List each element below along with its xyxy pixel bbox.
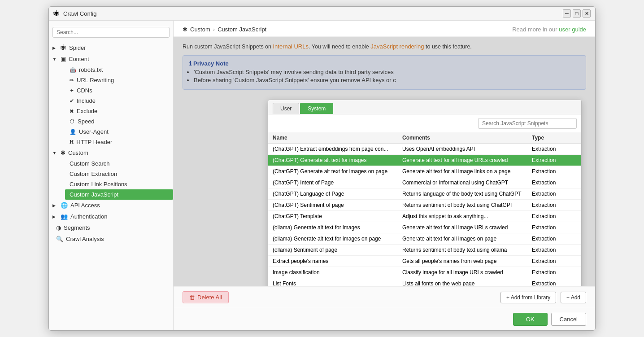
sidebar-item-robots-txt[interactable]: 🤖 robots.txt [65, 65, 173, 75]
sidebar-label-custom: Custom [68, 149, 88, 156]
dialog-row[interactable]: (ChatGPT) TemplateAdjust this snippet to… [268, 211, 581, 222]
dialog-search-input[interactable] [478, 118, 577, 129]
sidebar-item-user-agent[interactable]: 👤 User-Agent [65, 127, 173, 137]
dialog-table-body: (ChatGPT) Extract embeddings from page c… [268, 144, 581, 286]
row-comment: Generate alt text for all images on page [402, 236, 532, 242]
content-header: ✱ Custom › Custom JavaScript Read more i… [174, 21, 595, 37]
sidebar-label-exclude: Exclude [77, 108, 97, 114]
row-comment: Generate alt text for all image URLs cra… [402, 224, 532, 231]
sidebar-group-custom: ▼ ✱ Custom Custom Search Custom Extracti… [49, 147, 173, 200]
sidebar-item-spider[interactable]: ▶ 🕷 Spider [49, 42, 173, 53]
sidebar-item-url-rewriting[interactable]: ✏ URL Rewriting [65, 75, 173, 85]
sidebar-group-content: ▼ ▣ Content 🤖 robots.txt ✏ URL Rewriting… [49, 53, 173, 147]
sidebar-search-input[interactable] [52, 27, 170, 38]
add-button[interactable]: + Add [561, 292, 586, 303]
tab-system[interactable]: System [300, 103, 333, 114]
sidebar-item-segments[interactable]: ◑ Segments [49, 222, 173, 233]
read-more-prefix: Read more in our [512, 26, 559, 33]
breadcrumb-sep: › [213, 26, 215, 33]
minimize-button[interactable]: ─ [563, 9, 571, 18]
sidebar-label-user-agent: User-Agent [79, 128, 109, 135]
user-guide-link[interactable]: user guide [559, 26, 586, 33]
url-rewriting-icon: ✏ [70, 77, 74, 83]
sidebar-item-cdns[interactable]: ✦ CDNs [65, 85, 173, 96]
sidebar-group-auth: ▶ 👥 Authentication [49, 211, 173, 222]
arrow-icon-auth: ▶ [52, 214, 58, 219]
row-name: (ollama) Generate alt text for images on… [273, 236, 402, 242]
col-comments: Comments [402, 135, 532, 141]
row-type: Extraction [532, 179, 577, 186]
sidebar-item-api-access[interactable]: ▶ 🌐 API Access [49, 200, 173, 211]
custom-icon: ✱ [61, 149, 65, 156]
sidebar-label-cdns: CDNs [77, 87, 92, 94]
sidebar-item-exclude[interactable]: ✖ Exclude [65, 106, 173, 116]
dialog-row[interactable]: (ollama) Generate alt text for imagesGen… [268, 222, 581, 233]
content-body: Run custom JavaScript Snippets on Intern… [174, 37, 595, 286]
sidebar-label-custom-link-positions: Custom Link Positions [70, 181, 127, 188]
dialog-row[interactable]: (ChatGPT) Extract embeddings from page c… [268, 144, 581, 155]
add-buttons: + Add from Library + Add [500, 292, 586, 303]
dialog-row[interactable]: (ChatGPT) Generate alt text for images o… [268, 166, 581, 177]
dialog-row[interactable]: List FontsLists all fonts on the web pag… [268, 278, 581, 286]
sidebar-item-speed[interactable]: ⏱ Speed [65, 116, 173, 127]
add-from-library-button[interactable]: + Add from Library [500, 292, 556, 303]
dialog-row[interactable]: (ollama) Generate alt text for images on… [268, 233, 581, 245]
row-name: Extract people's names [273, 258, 402, 264]
dialog-row[interactable]: Image classificationClassify image for a… [268, 267, 581, 278]
sidebar-label-include: Include [77, 97, 96, 104]
row-comment: Returns sentiment of body text using oll… [402, 247, 532, 253]
sidebar-item-include[interactable]: ✔ Include [65, 96, 173, 106]
sidebar-item-custom-link-positions[interactable]: Custom Link Positions [65, 179, 173, 189]
sidebar-item-http-header[interactable]: H HTTP Header [65, 137, 173, 147]
user-agent-icon: 👤 [70, 129, 76, 135]
breadcrumb-part1: Custom [190, 26, 210, 33]
arrow-icon-custom: ▼ [52, 151, 58, 155]
crawl-analysis-icon: 🔍 [56, 236, 63, 242]
col-name: Name [273, 135, 402, 141]
sidebar-label-segments: Segments [64, 224, 90, 231]
row-comment: Adjust this snippet to ask anything... [402, 213, 532, 219]
sidebar-label-content: Content [69, 56, 89, 62]
sidebar-item-custom[interactable]: ▼ ✱ Custom [49, 147, 173, 158]
row-name: (ChatGPT) Template [273, 213, 402, 219]
bottom-bar: 🗑 Delete All + Add from Library + Add [174, 286, 595, 308]
cdns-icon: ✦ [70, 88, 74, 94]
row-type: Extraction [532, 168, 577, 175]
dialog-row[interactable]: (ChatGPT) Language of PageReturns langua… [268, 188, 581, 200]
cancel-button[interactable]: Cancel [551, 313, 586, 326]
dialog-row[interactable]: (ChatGPT) Generate alt text for imagesGe… [268, 155, 581, 166]
dialog-row[interactable]: (ChatGPT) Intent of PageCommercial or In… [268, 177, 581, 188]
sidebar-item-custom-search[interactable]: Custom Search [65, 158, 173, 169]
sidebar-label-spider: Spider [69, 44, 86, 51]
ok-button[interactable]: OK [513, 313, 548, 326]
row-name: (ChatGPT) Language of Page [273, 191, 402, 197]
dialog-tabs: User System [268, 100, 581, 114]
row-type: Extraction [532, 202, 577, 208]
sidebar-item-authentication[interactable]: ▶ 👥 Authentication [49, 211, 173, 222]
sidebar-label-custom-extraction: Custom Extraction [70, 171, 117, 177]
row-type: Extraction [532, 146, 577, 152]
dialog-row[interactable]: Extract people's namesGets all people's … [268, 256, 581, 267]
row-name: (ollama) Generate alt text for images [273, 224, 402, 231]
sidebar-item-custom-extraction[interactable]: Custom Extraction [65, 169, 173, 179]
sidebar-item-custom-javascript[interactable]: Custom JavaScript [65, 189, 173, 200]
dialog-row[interactable]: (ChatGPT) Sentiment of pageReturns senti… [268, 200, 581, 211]
row-name: List Fonts [273, 280, 402, 286]
dialog-table-header: Name Comments Type [268, 132, 581, 144]
row-type: Extraction [532, 258, 577, 264]
close-button[interactable]: ✕ [583, 9, 591, 18]
sidebar-label-url-rewriting: URL Rewriting [77, 77, 114, 83]
sidebar-item-crawl-analysis[interactable]: 🔍 Crawl Analysis [49, 233, 173, 245]
delete-all-button[interactable]: 🗑 Delete All [183, 291, 229, 303]
auth-icon: 👥 [61, 213, 68, 220]
row-comment: Classify image for all image URLs crawle… [402, 269, 532, 276]
sidebar-item-content[interactable]: ▼ ▣ Content [49, 53, 173, 65]
app-icon: 🕷 [53, 10, 60, 17]
row-type: Extraction [532, 269, 577, 276]
dialog-row[interactable]: (ollama) Sentiment of pageReturns sentim… [268, 245, 581, 256]
include-icon: ✔ [70, 98, 74, 104]
row-name: (ChatGPT) Sentiment of page [273, 202, 402, 208]
dialog-overlay: User System Name Comments Type [174, 37, 595, 286]
tab-user[interactable]: User [273, 103, 299, 114]
maximize-button[interactable]: □ [573, 9, 581, 18]
